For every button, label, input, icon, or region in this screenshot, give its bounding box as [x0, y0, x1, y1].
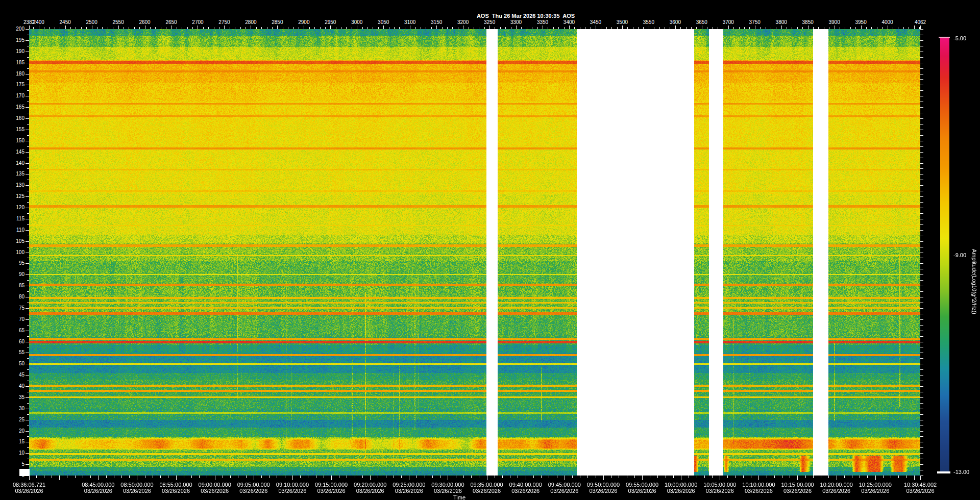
time-axis-tick [83, 476, 83, 478]
time-axis-tick [394, 476, 394, 478]
time-axis-label: 08:45:00.00003/26/2026 [82, 482, 114, 494]
frequency-axis-label: 95 [0, 261, 24, 266]
time-axis-tick [689, 476, 689, 478]
frequency-axis-label: 60 [0, 339, 24, 344]
time-axis-label: 10:05:00.00003/26/2026 [703, 482, 736, 494]
frequency-axis-label: 90 [0, 272, 24, 277]
time-axis-label-time: 09:15:00.000 [315, 482, 348, 488]
spectrogram-canvas[interactable] [29, 29, 920, 476]
time-axis-tick [215, 476, 215, 480]
frequency-axis-right-tick [920, 342, 923, 342]
time-axis-label-date: 03/26/2026 [354, 488, 386, 494]
time-axis-title: Time [431, 494, 487, 500]
frequency-axis-right-tick [920, 102, 923, 102]
frequency-axis-label: 140 [0, 161, 24, 166]
frequency-axis-right-tick [920, 453, 923, 454]
frequency-axis-tick [26, 96, 29, 96]
frequency-axis-tick [26, 431, 29, 432]
record-axis-tick [65, 26, 66, 29]
time-axis-tick [790, 476, 790, 478]
time-axis-tick [432, 476, 433, 478]
frequency-axis-right-tick [920, 68, 923, 69]
time-axis-tick [378, 476, 378, 478]
frequency-axis-right-tick [920, 369, 923, 370]
time-axis-label: 09:50:00.00003/26/2026 [587, 482, 620, 494]
frequency-axis-tick [26, 331, 29, 331]
frequency-axis-label: 15 [0, 439, 24, 444]
frequency-axis-tick [26, 196, 29, 197]
frequency-axis-right-tick [920, 241, 923, 242]
frequency-axis-right-tick [920, 431, 923, 432]
time-axis-tick [751, 476, 751, 478]
time-axis-label: 09:05:00.00003/26/2026 [237, 482, 270, 494]
time-axis-tick [642, 476, 643, 480]
frequency-axis-right-tick [920, 96, 923, 96]
time-axis-tick [331, 476, 332, 480]
time-axis-label: 10:30:48.00203/26/2026 [904, 482, 937, 494]
time-axis-tick [565, 476, 565, 480]
time-axis-tick [860, 476, 860, 478]
time-axis-tick [106, 476, 107, 478]
time-axis-tick [67, 476, 67, 478]
frequency-axis-label: 10 [0, 451, 24, 456]
time-axis-tick [510, 476, 510, 478]
time-axis-label-time: 09:45:00.000 [548, 482, 581, 488]
frequency-axis-tick [26, 286, 29, 286]
frequency-axis-tick [26, 308, 29, 309]
frequency-axis-tick [26, 74, 29, 74]
frequency-axis-tick [26, 107, 29, 108]
time-axis-label-time: 09:55:00.000 [626, 482, 658, 488]
time-axis-label: 09:10:00.00003/26/2026 [276, 482, 309, 494]
frequency-axis-right-tick [920, 447, 923, 448]
time-axis-label-date: 03/26/2026 [159, 488, 192, 494]
frequency-axis-right-tick [920, 185, 923, 186]
time-axis-label-time: 08:55:00.000 [159, 482, 192, 488]
frequency-axis-right-tick [920, 274, 923, 275]
time-axis-tick [230, 476, 231, 478]
time-axis-label: 09:00:00.00003/26/2026 [199, 482, 231, 494]
time-axis-label-time: 08:50:00.000 [120, 482, 153, 488]
frequency-axis-right-tick [920, 141, 923, 141]
frequency-axis-label: 105 [0, 239, 24, 244]
frequency-axis-tick [26, 297, 29, 297]
frequency-axis-right-tick [920, 297, 923, 297]
frequency-axis-right-tick [920, 381, 923, 381]
frequency-axis-right-tick [920, 208, 923, 208]
frequency-axis-label: 195 [0, 38, 24, 43]
frequency-axis-label: 115 [0, 216, 24, 221]
time-axis-tick [805, 476, 806, 478]
time-axis-label: 09:45:00.00003/26/2026 [548, 482, 581, 494]
frequency-axis-tick [26, 219, 29, 219]
time-axis-tick [448, 476, 448, 480]
time-axis-tick [184, 476, 184, 478]
frequency-axis-tick [26, 63, 29, 63]
time-axis-tick [292, 476, 293, 480]
time-axis-tick [261, 476, 262, 478]
frequency-axis-right-tick [920, 224, 923, 225]
frequency-axis-tick [26, 386, 29, 387]
frequency-axis-label: 80 [0, 294, 24, 299]
time-axis-tick [627, 476, 627, 478]
time-axis-tick [463, 476, 464, 478]
frequency-axis-right-tick [920, 202, 923, 203]
time-axis-label-time: 09:35:00.000 [470, 482, 503, 488]
time-axis-tick [339, 476, 339, 478]
frequency-axis-right-tick [920, 74, 923, 74]
time-axis-tick [347, 476, 347, 478]
time-axis-tick [502, 476, 503, 478]
time-axis-tick [844, 476, 845, 478]
frequency-axis-right-tick [920, 436, 923, 437]
frequency-axis-tick [26, 230, 29, 231]
frequency-axis-right-tick [920, 163, 923, 164]
time-axis-tick [650, 476, 650, 478]
frequency-axis-label: 175 [0, 82, 24, 87]
time-axis-tick [549, 476, 549, 478]
time-axis-tick [634, 476, 635, 478]
frequency-axis-tick [26, 152, 29, 153]
time-axis-tick [587, 476, 588, 478]
record-axis-label: 2450 [60, 20, 71, 25]
time-axis-label-date: 03/26/2026 [82, 488, 114, 494]
time-axis-label-time: 09:00:00.000 [199, 482, 231, 488]
time-axis-label: 10:20:00.00003/26/2026 [820, 482, 853, 494]
time-axis-label-date: 03/26/2026 [431, 488, 464, 494]
